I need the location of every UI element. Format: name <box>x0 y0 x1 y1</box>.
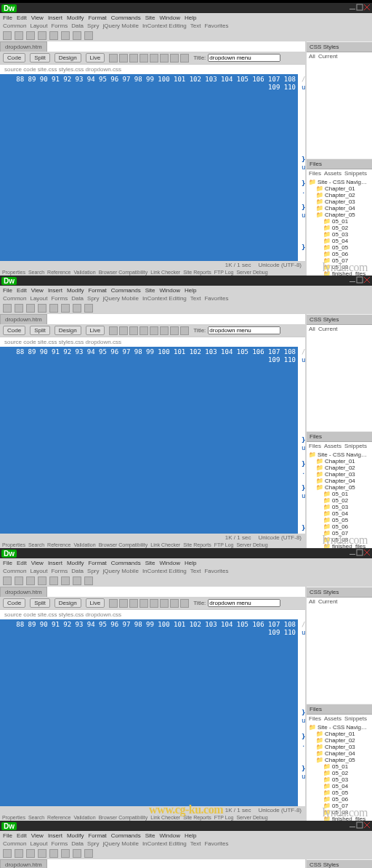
results-tab[interactable]: FTP Log <box>214 270 234 275</box>
insert-ribbon[interactable]: Common Layout Forms Data Spry jQuery Mob… <box>0 567 372 575</box>
menubar[interactable]: File Edit View Insert Modify Format Comm… <box>0 558 372 567</box>
results-tab[interactable]: Search <box>28 270 44 275</box>
ribbon-tab[interactable]: Data <box>71 568 84 574</box>
view-code-button[interactable]: Code <box>3 53 25 63</box>
insert-ribbon[interactable]: Common Layout Forms Data Spry jQuery Mob… <box>0 294 372 302</box>
toolbar-icon[interactable] <box>61 849 70 858</box>
ribbon-tab[interactable]: Text <box>190 568 201 574</box>
results-tab[interactable]: Site Reports <box>183 542 211 547</box>
close-icon[interactable] <box>363 276 371 285</box>
menu-item[interactable]: Insert <box>48 832 62 839</box>
ribbon-tab[interactable]: Common <box>3 295 26 302</box>
toolbar-icon[interactable] <box>15 31 23 40</box>
panel-tab[interactable]: Assets <box>324 170 341 177</box>
toolbar-icon[interactable] <box>15 576 23 585</box>
tree-folder[interactable]: Chapter_01 <box>309 731 370 737</box>
ribbon-tab[interactable]: Spry <box>87 840 99 847</box>
toolbar-icon[interactable] <box>49 576 58 585</box>
tree-subfolder[interactable]: 05_04 <box>309 783 370 789</box>
menu-item[interactable]: Format <box>88 15 106 21</box>
minimize-icon[interactable] <box>349 276 356 285</box>
menu-item[interactable]: Format <box>88 560 106 566</box>
tree-subfolder[interactable]: 05_06 <box>309 796 370 803</box>
code-body[interactable]: /*dropdown menu styles*/ul.submenu { flo… <box>298 619 305 806</box>
tree-folder[interactable]: Chapter_03 <box>309 198 370 205</box>
toolbar-icon[interactable] <box>49 31 58 40</box>
ribbon-tab[interactable]: Spry <box>87 295 99 302</box>
results-tab[interactable]: Server Debug <box>236 815 267 820</box>
menu-item[interactable]: View <box>31 15 44 21</box>
tool-icon[interactable] <box>119 326 128 335</box>
insert-toolbar[interactable] <box>0 575 372 587</box>
tree-subfolder[interactable]: 05_02 <box>309 770 370 776</box>
toolbar-icon[interactable] <box>3 304 12 313</box>
view-split-button[interactable]: Split <box>30 53 50 63</box>
view-live-button[interactable]: Live <box>86 53 105 63</box>
results-tab[interactable]: Properties <box>2 815 25 820</box>
view-split-button[interactable]: Split <box>30 326 50 335</box>
menu-item[interactable]: Site <box>145 15 155 21</box>
close-icon[interactable] <box>363 4 371 12</box>
view-live-button[interactable]: Live <box>86 598 105 608</box>
tree-folder[interactable]: Chapter_04 <box>309 750 370 757</box>
ribbon-tab[interactable]: Favorites <box>204 23 228 29</box>
menu-item[interactable]: Help <box>185 560 196 566</box>
tree-subfolder[interactable]: 05_01 <box>309 218 370 225</box>
toolbar-icon[interactable] <box>61 31 70 40</box>
view-live-button[interactable]: Live <box>86 326 105 335</box>
results-tab[interactable]: Server Debug <box>236 270 267 275</box>
tool-icon[interactable] <box>140 599 148 608</box>
tree-folder[interactable]: Chapter_02 <box>309 737 370 744</box>
tree-subfolder[interactable]: 05_02 <box>309 497 370 504</box>
menu-item[interactable]: Modify <box>67 287 84 294</box>
tree-subfolder[interactable]: 05_01 <box>309 491 370 497</box>
results-tab[interactable]: Validation <box>73 542 95 547</box>
menu-item[interactable]: Help <box>185 832 196 839</box>
toolbar-icon[interactable] <box>3 849 12 858</box>
ribbon-tab[interactable]: Layout <box>30 840 47 847</box>
tool-icon[interactable] <box>160 326 169 335</box>
results-tab[interactable]: Site Reports <box>183 270 211 275</box>
tool-icon[interactable] <box>150 599 158 608</box>
minimize-icon[interactable] <box>349 549 356 558</box>
results-tab[interactable]: Browser Compatibility <box>99 270 148 275</box>
tree-folder[interactable]: Chapter_01 <box>309 458 370 465</box>
toolbar-icon[interactable] <box>49 849 58 858</box>
window-titlebar[interactable]: Dw <box>0 276 372 286</box>
panel-tab[interactable]: Snippets <box>344 443 367 449</box>
ribbon-tab[interactable]: Data <box>71 23 84 29</box>
tool-icon[interactable] <box>109 326 118 335</box>
toolbar-icon[interactable] <box>26 304 35 313</box>
ribbon-tab[interactable]: Forms <box>51 23 68 29</box>
menu-item[interactable]: File <box>3 832 12 839</box>
document-tab[interactable]: dropdown.htm <box>0 587 47 597</box>
ribbon-tab[interactable]: Layout <box>30 568 47 574</box>
ribbon-tab[interactable]: InContext Editing <box>142 568 187 574</box>
results-tab[interactable]: Validation <box>73 815 95 820</box>
results-tab[interactable]: FTP Log <box>214 542 234 547</box>
ribbon-tab[interactable]: Favorites <box>204 568 228 574</box>
tool-icon[interactable] <box>119 599 128 608</box>
css-panel-head[interactable]: CSS Styles <box>307 314 372 325</box>
view-design-button[interactable]: Design <box>54 53 81 63</box>
panel-tab[interactable]: Files <box>309 715 321 722</box>
menu-item[interactable]: Window <box>160 832 180 839</box>
tool-icon[interactable] <box>160 54 169 63</box>
results-tab[interactable]: Link Checker <box>150 542 180 547</box>
tree-site-root[interactable]: Site - CSS Navig… <box>309 724 370 731</box>
source-crumb[interactable]: source code site.css styles.css dropdown… <box>0 64 305 74</box>
tree-subfolder[interactable]: 05_03 <box>309 504 370 510</box>
ribbon-tab[interactable]: Common <box>3 23 26 29</box>
tool-icon[interactable] <box>129 599 138 608</box>
tool-icon[interactable] <box>140 326 148 335</box>
results-tab[interactable]: Browser Compatibility <box>99 542 148 547</box>
tree-subfolder[interactable]: 05_04 <box>309 510 370 517</box>
menu-item[interactable]: Site <box>145 287 155 294</box>
tree-subfolder[interactable]: 05_06 <box>309 251 370 257</box>
ribbon-tab[interactable]: Data <box>71 840 84 847</box>
tool-icon[interactable] <box>180 54 189 63</box>
css-panel-head[interactable]: CSS Styles <box>307 587 372 598</box>
toolbar-icon[interactable] <box>26 849 35 858</box>
maximize-icon[interactable] <box>356 549 363 558</box>
menu-item[interactable]: Window <box>160 560 180 566</box>
